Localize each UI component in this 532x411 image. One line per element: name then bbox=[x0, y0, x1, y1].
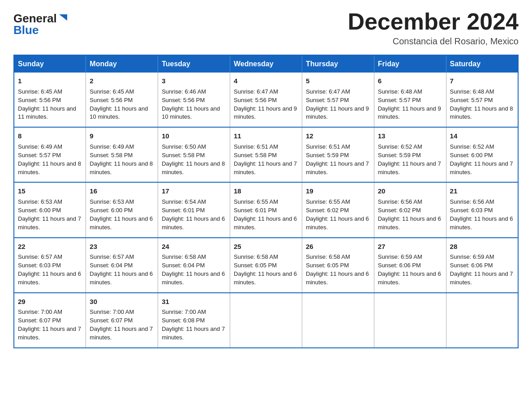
calendar-day-cell: 27Sunrise: 6:59 AMSunset: 6:06 PMDayligh… bbox=[374, 238, 446, 293]
day-number: 17 bbox=[162, 186, 226, 196]
calendar-day-cell: 2Sunrise: 6:45 AMSunset: 5:56 PMDaylight… bbox=[86, 73, 158, 127]
day-info: Sunrise: 6:45 AMSunset: 5:56 PMDaylight:… bbox=[18, 88, 76, 120]
logo: General Blue bbox=[13, 9, 68, 36]
day-number: 13 bbox=[378, 131, 442, 141]
day-info: Sunrise: 6:59 AMSunset: 6:06 PMDaylight:… bbox=[378, 253, 441, 286]
header-row: Sunday Monday Tuesday Wednesday Thursday… bbox=[14, 55, 518, 73]
day-number: 21 bbox=[450, 186, 514, 196]
calendar-day-cell: 10Sunrise: 6:50 AMSunset: 5:58 PMDayligh… bbox=[158, 127, 230, 182]
calendar-day-cell: 31Sunrise: 7:00 AMSunset: 6:08 PMDayligh… bbox=[158, 293, 230, 348]
calendar-day-cell: 6Sunrise: 6:48 AMSunset: 5:57 PMDaylight… bbox=[374, 73, 446, 127]
day-number: 14 bbox=[450, 131, 514, 141]
calendar-day-cell: 18Sunrise: 6:55 AMSunset: 6:01 PMDayligh… bbox=[230, 182, 302, 237]
day-number: 12 bbox=[306, 131, 370, 141]
day-info: Sunrise: 6:51 AMSunset: 5:59 PMDaylight:… bbox=[306, 143, 369, 176]
day-info: Sunrise: 6:52 AMSunset: 5:59 PMDaylight:… bbox=[378, 143, 441, 176]
day-number: 1 bbox=[18, 76, 82, 86]
logo-blue-text: Blue bbox=[13, 23, 39, 37]
calendar-day-cell bbox=[230, 293, 302, 348]
calendar-week-row: 8Sunrise: 6:49 AMSunset: 5:57 PMDaylight… bbox=[14, 127, 518, 182]
header-saturday: Saturday bbox=[446, 55, 518, 73]
day-info: Sunrise: 6:47 AMSunset: 5:56 PMDaylight:… bbox=[234, 88, 297, 120]
calendar-day-cell: 24Sunrise: 6:58 AMSunset: 6:04 PMDayligh… bbox=[158, 238, 230, 293]
calendar-day-cell: 11Sunrise: 6:51 AMSunset: 5:58 PMDayligh… bbox=[230, 127, 302, 182]
calendar-day-cell: 15Sunrise: 6:53 AMSunset: 6:00 PMDayligh… bbox=[14, 182, 86, 237]
day-info: Sunrise: 6:57 AMSunset: 6:04 PMDaylight:… bbox=[90, 253, 153, 286]
header-monday: Monday bbox=[86, 55, 158, 73]
calendar-day-cell: 14Sunrise: 6:52 AMSunset: 6:00 PMDayligh… bbox=[446, 127, 518, 182]
day-info: Sunrise: 6:48 AMSunset: 5:57 PMDaylight:… bbox=[450, 88, 513, 120]
calendar-day-cell: 25Sunrise: 6:58 AMSunset: 6:05 PMDayligh… bbox=[230, 238, 302, 293]
location-text: Constancia del Rosario, Mexico bbox=[348, 36, 519, 47]
day-info: Sunrise: 6:50 AMSunset: 5:58 PMDaylight:… bbox=[162, 143, 225, 176]
day-number: 11 bbox=[234, 131, 298, 141]
day-info: Sunrise: 6:45 AMSunset: 5:56 PMDaylight:… bbox=[90, 88, 148, 120]
calendar-day-cell: 22Sunrise: 6:57 AMSunset: 6:03 PMDayligh… bbox=[14, 238, 86, 293]
day-number: 25 bbox=[234, 242, 298, 252]
calendar-week-row: 1Sunrise: 6:45 AMSunset: 5:56 PMDaylight… bbox=[14, 73, 518, 127]
calendar-day-cell: 4Sunrise: 6:47 AMSunset: 5:56 PMDaylight… bbox=[230, 73, 302, 127]
day-number: 20 bbox=[378, 186, 442, 196]
calendar-day-cell: 21Sunrise: 6:56 AMSunset: 6:03 PMDayligh… bbox=[446, 182, 518, 237]
day-info: Sunrise: 6:52 AMSunset: 6:00 PMDaylight:… bbox=[450, 143, 513, 176]
calendar-day-cell: 5Sunrise: 6:47 AMSunset: 5:57 PMDaylight… bbox=[302, 73, 374, 127]
day-info: Sunrise: 6:47 AMSunset: 5:57 PMDaylight:… bbox=[306, 88, 369, 120]
day-number: 30 bbox=[90, 297, 154, 307]
day-number: 31 bbox=[162, 297, 226, 307]
calendar-day-cell: 12Sunrise: 6:51 AMSunset: 5:59 PMDayligh… bbox=[302, 127, 374, 182]
calendar-day-cell: 16Sunrise: 6:53 AMSunset: 6:00 PMDayligh… bbox=[86, 182, 158, 237]
logo-triangle-icon bbox=[58, 13, 68, 22]
day-number: 28 bbox=[450, 242, 514, 252]
calendar-day-cell: 17Sunrise: 6:54 AMSunset: 6:01 PMDayligh… bbox=[158, 182, 230, 237]
calendar-day-cell: 13Sunrise: 6:52 AMSunset: 5:59 PMDayligh… bbox=[374, 127, 446, 182]
day-info: Sunrise: 6:49 AMSunset: 5:57 PMDaylight:… bbox=[18, 143, 81, 176]
calendar-day-cell: 9Sunrise: 6:49 AMSunset: 5:58 PMDaylight… bbox=[86, 127, 158, 182]
day-number: 15 bbox=[18, 186, 82, 196]
day-info: Sunrise: 6:46 AMSunset: 5:56 PMDaylight:… bbox=[162, 88, 220, 120]
calendar-day-cell: 1Sunrise: 6:45 AMSunset: 5:56 PMDaylight… bbox=[14, 73, 86, 127]
day-number: 7 bbox=[450, 76, 514, 86]
day-number: 18 bbox=[234, 186, 298, 196]
day-info: Sunrise: 6:53 AMSunset: 6:00 PMDaylight:… bbox=[90, 198, 153, 231]
calendar-week-row: 15Sunrise: 6:53 AMSunset: 6:00 PMDayligh… bbox=[14, 182, 518, 237]
day-number: 26 bbox=[306, 242, 370, 252]
day-number: 6 bbox=[378, 76, 442, 86]
calendar-day-cell: 30Sunrise: 7:00 AMSunset: 6:07 PMDayligh… bbox=[86, 293, 158, 348]
day-number: 8 bbox=[18, 131, 82, 141]
header-wednesday: Wednesday bbox=[230, 55, 302, 73]
header-thursday: Thursday bbox=[302, 55, 374, 73]
day-info: Sunrise: 6:59 AMSunset: 6:06 PMDaylight:… bbox=[450, 253, 513, 286]
day-number: 10 bbox=[162, 131, 226, 141]
day-info: Sunrise: 6:55 AMSunset: 6:02 PMDaylight:… bbox=[306, 198, 369, 231]
day-info: Sunrise: 6:49 AMSunset: 5:58 PMDaylight:… bbox=[90, 143, 153, 176]
page-header: General Blue December 2024 Constancia de… bbox=[13, 9, 519, 47]
day-number: 16 bbox=[90, 186, 154, 196]
day-number: 23 bbox=[90, 242, 154, 252]
header-tuesday: Tuesday bbox=[158, 55, 230, 73]
calendar-day-cell: 19Sunrise: 6:55 AMSunset: 6:02 PMDayligh… bbox=[302, 182, 374, 237]
day-number: 2 bbox=[90, 76, 154, 86]
day-info: Sunrise: 6:48 AMSunset: 5:57 PMDaylight:… bbox=[378, 88, 441, 120]
day-number: 29 bbox=[18, 297, 82, 307]
header-sunday: Sunday bbox=[14, 55, 86, 73]
day-info: Sunrise: 6:51 AMSunset: 5:58 PMDaylight:… bbox=[234, 143, 297, 176]
calendar-day-cell: 7Sunrise: 6:48 AMSunset: 5:57 PMDaylight… bbox=[446, 73, 518, 127]
calendar-day-cell: 26Sunrise: 6:58 AMSunset: 6:05 PMDayligh… bbox=[302, 238, 374, 293]
calendar-day-cell bbox=[374, 293, 446, 348]
calendar-day-cell: 20Sunrise: 6:56 AMSunset: 6:02 PMDayligh… bbox=[374, 182, 446, 237]
day-info: Sunrise: 7:00 AMSunset: 6:07 PMDaylight:… bbox=[90, 308, 153, 341]
day-number: 3 bbox=[162, 76, 226, 86]
day-number: 24 bbox=[162, 242, 226, 252]
day-info: Sunrise: 6:58 AMSunset: 6:04 PMDaylight:… bbox=[162, 253, 225, 286]
calendar-day-cell bbox=[446, 293, 518, 348]
day-number: 9 bbox=[90, 131, 154, 141]
calendar-day-cell: 8Sunrise: 6:49 AMSunset: 5:57 PMDaylight… bbox=[14, 127, 86, 182]
calendar-week-row: 22Sunrise: 6:57 AMSunset: 6:03 PMDayligh… bbox=[14, 238, 518, 293]
calendar-day-cell: 28Sunrise: 6:59 AMSunset: 6:06 PMDayligh… bbox=[446, 238, 518, 293]
day-info: Sunrise: 6:54 AMSunset: 6:01 PMDaylight:… bbox=[162, 198, 225, 231]
calendar-table: Sunday Monday Tuesday Wednesday Thursday… bbox=[13, 55, 519, 348]
day-info: Sunrise: 6:56 AMSunset: 6:03 PMDaylight:… bbox=[450, 198, 513, 231]
day-info: Sunrise: 6:58 AMSunset: 6:05 PMDaylight:… bbox=[234, 253, 297, 286]
month-title: December 2024 bbox=[348, 9, 519, 34]
svg-marker-0 bbox=[59, 14, 67, 21]
